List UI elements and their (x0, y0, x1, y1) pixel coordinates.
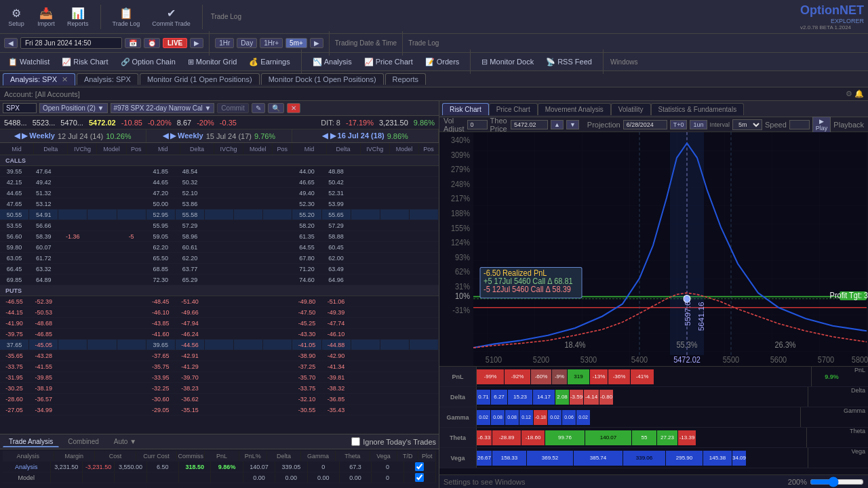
tab-auto[interactable]: Auto ▼ (108, 436, 142, 447)
theo-price-down[interactable]: ▼ (566, 120, 579, 129)
clock-button[interactable]: ⏰ (144, 38, 160, 48)
open-position-dropdown[interactable]: Open Position (2) ▼ (39, 103, 108, 113)
table-row[interactable]: 53.5556.6655.9557.2958.2057.29 (0, 220, 439, 231)
tf-1m[interactable]: 1Hr (215, 38, 234, 48)
tab-price-chart[interactable]: Price Chart (489, 103, 538, 115)
reports-button[interactable]: 📊 Reports (64, 5, 92, 29)
clear-button[interactable]: ✕ (287, 103, 300, 113)
tab-volatility[interactable]: Volatility (611, 103, 651, 115)
table-row[interactable]: 47.6553.1250.0053.8652.3053.99 (0, 199, 439, 209)
t-plus-button[interactable]: T+0 (670, 120, 688, 129)
delta-label-right: Delta (848, 387, 868, 407)
tab-risk-chart[interactable]: Risk Chart (442, 103, 489, 115)
tf-day[interactable]: Day (237, 38, 257, 48)
tab-combined[interactable]: Combined (62, 436, 105, 447)
live-button[interactable]: LIVE (163, 38, 187, 48)
expiry-col-2[interactable]: ◀ ▶ Weekly 15 Jul 24 (17) 9.76% (146, 129, 293, 142)
tab-movement-analysis[interactable]: Movement Analysis (538, 103, 611, 115)
table-row[interactable]: -30.25-38.19-32.25-38.23-33.75-38.32 (0, 383, 439, 394)
table-row[interactable]: -33.75-41.55-35.75-41.29-37.25-41.34 (0, 361, 439, 372)
next-button[interactable]: ▶ (190, 38, 203, 48)
table-row[interactable]: -46.55-52.39-48.45-51.40-49.80-51.06 (0, 296, 439, 307)
table-row[interactable]: 66.4563.3268.8563.7771.2063.49 (0, 264, 439, 274)
svg-text:-6.50 Realized PnL: -6.50 Realized PnL (484, 269, 547, 277)
date-input[interactable] (20, 37, 122, 49)
monitor-grid-button[interactable]: ⊞ Monitor Grid (184, 56, 241, 68)
setup-button[interactable]: ⚙ Setup (4, 5, 28, 29)
table-row[interactable]: 50.5554.9152.9555.5855.2055.65 (0, 209, 439, 220)
theo-price-up[interactable]: ▲ (551, 120, 564, 129)
1un-button[interactable]: 1un (690, 120, 707, 129)
table-row[interactable]: 63.0561.7265.5062.2067.8062.00 (0, 253, 439, 264)
expiry-col-1[interactable]: ◀ ▶ Weekly 12 Jul 24 (14) 10.26% (0, 129, 146, 142)
table-row[interactable]: 39.5547.6441.8548.5444.0048.88 (0, 166, 439, 177)
import-button[interactable]: 📥 Import (34, 5, 58, 29)
trade-log-button[interactable]: 📋 Trade Log (109, 5, 144, 29)
monitor-dock-button[interactable]: ⊟ Monitor Dock (477, 56, 538, 68)
model-value: -20% (197, 119, 214, 127)
tab-analysis-spx[interactable]: Analysis: SPX ✕ (3, 73, 75, 85)
tab-monitor-dock[interactable]: Monitor Dock (1 Open Positions) (261, 73, 384, 85)
analysis-plot-check[interactable] (415, 462, 424, 471)
option-chain-button[interactable]: 🔗 Option Chain (117, 56, 180, 68)
last-price: 5472.02 (89, 119, 116, 127)
vega-label-right: Vega (848, 448, 868, 468)
table-row[interactable]: -44.15-50.53-46.10-49.66-47.50-49.39 (0, 307, 439, 318)
table-row[interactable]: 37.65-45.0539.65-44.56-41.05-44.88 (0, 340, 439, 350)
delta-bars: 0.71 6.27 15.23 14.17 2.08 -3.59 -4.14 -… (477, 387, 808, 407)
commit-button[interactable]: Commit (217, 103, 248, 113)
interval-select[interactable]: 5m1m1hr (732, 119, 762, 130)
watchlist-button[interactable]: 📋 Watchlist (4, 56, 54, 68)
play-button[interactable]: ▶ Play (812, 117, 831, 133)
table-row[interactable]: 44.6551.3247.2052.1049.4052.31 (0, 188, 439, 199)
tf-5mplus[interactable]: 5m+ (285, 38, 307, 48)
tab-trade-analysis[interactable]: Trade Analysis (3, 436, 59, 447)
table-row[interactable]: -39.75-46.85-41.60-46.24-43.30-46.10 (0, 329, 439, 340)
analysis-button[interactable]: 📉 Analysis (309, 56, 356, 68)
table-row[interactable]: 56.6058.39-1.36-559.0558.9661.3558.88 (0, 231, 439, 242)
svg-text:5597.67: 5597.67 (684, 297, 692, 326)
price-chart-button[interactable]: 📈 Price Chart (360, 56, 417, 68)
tab-reports[interactable]: Reports (385, 73, 427, 85)
orders-button[interactable]: 📝 Orders (421, 56, 464, 68)
edit-button[interactable]: ✎ (252, 103, 265, 113)
theo-price-input[interactable] (511, 120, 548, 129)
rss-feed-button[interactable]: 📡 RSS Feed (542, 56, 596, 68)
risk-chart-button[interactable]: 📈 Risk Chart (58, 56, 112, 68)
calendar-button[interactable]: 📅 (125, 38, 141, 48)
tf-1hrplus[interactable]: 1Hr+ (260, 38, 283, 48)
monitor-dock-icon: ⊟ (481, 58, 488, 66)
ignore-today-checkbox[interactable] (351, 437, 360, 446)
tab-stats[interactable]: Statistics & Fundamentals (651, 103, 745, 115)
vol-adjust-input[interactable] (467, 120, 488, 129)
pnl-bar: 319 (568, 369, 589, 384)
risk-chart-svg: 340% 309% 279% 248% 217% 188% 155% 124% … (439, 132, 868, 366)
earnings-button[interactable]: 💰 Earnings (245, 56, 294, 68)
table-row[interactable]: 42.1549.4244.6550.3246.6550.42 (0, 177, 439, 188)
projection-input[interactable] (623, 120, 667, 129)
vol-adjust-label: Vol Adjust (443, 117, 465, 133)
table-row[interactable]: -31.95-39.85-33.95-39.70-35.70-39.81 (0, 372, 439, 383)
model-plot-check[interactable] (415, 473, 424, 482)
tab-monitor-grid[interactable]: Monitor Grid (1 Open Positions) (140, 73, 260, 85)
tab-close-spx[interactable]: ✕ (62, 75, 68, 83)
option-chain-icon: 🔗 (121, 58, 130, 66)
svg-text:5100: 5100 (486, 355, 502, 363)
table-row[interactable]: -27.05-34.99-29.05-35.15-30.55-35.43 (0, 405, 439, 415)
table-row[interactable]: -41.90-48.68-43.85-47.94-45.25-47.74 (0, 318, 439, 329)
tab-analysis-spx2[interactable]: Analysis: SPX (77, 73, 138, 85)
table-row[interactable]: 59.8060.0762.2060.6164.5560.45 (0, 242, 439, 253)
commit-trade-button[interactable]: ✔ Commit Trade (149, 5, 194, 29)
position-label-dropdown[interactable]: #978 SPX 22-day Narrow Cal ▼ (111, 103, 215, 113)
prev-button[interactable]: ◀ (4, 38, 18, 48)
calls-section: CALLS 39.5547.6441.8548.5444.0048.8842.1… (0, 155, 439, 285)
symbol-input[interactable] (3, 103, 37, 113)
search-button[interactable]: 🔍 (268, 103, 284, 113)
tf-next[interactable]: ▶ (310, 38, 323, 48)
zoom-slider[interactable] (810, 476, 864, 487)
speed-input[interactable] (789, 120, 810, 129)
table-row[interactable]: -35.65-43.28-37.65-42.91-38.90-42.90 (0, 350, 439, 361)
table-row[interactable]: -28.60-36.57-30.60-36.62-32.10-36.85 (0, 394, 439, 405)
table-row[interactable]: 69.8564.8972.3065.2974.6064.96 (0, 274, 439, 285)
expiry-col-3[interactable]: ◀ ▶ 16 Jul 24 (18) 9.86% (292, 129, 439, 142)
